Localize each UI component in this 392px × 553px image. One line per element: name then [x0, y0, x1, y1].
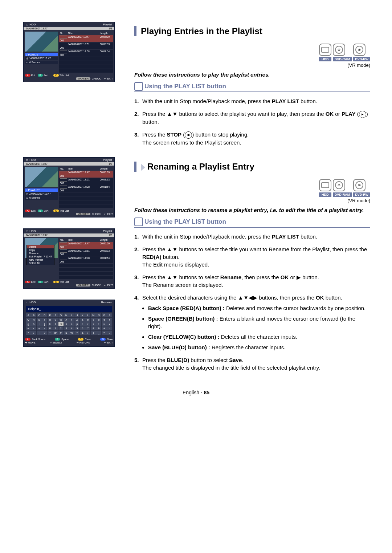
kb-key: Q [26, 318, 31, 322]
subsection-title: Using the PLAY LIST button [134, 216, 370, 228]
section-lead: Follow these instructions to rename a pl… [134, 207, 370, 213]
kb-key: M [91, 313, 96, 317]
kb-key: Z [74, 318, 79, 322]
kb-key: v [107, 322, 112, 326]
kb-key: L [85, 313, 90, 317]
kb-key: 9 [96, 326, 101, 330]
bullet: Back Space (RED(A) button) : Deletes and… [148, 304, 370, 312]
kb-key: ( [85, 331, 90, 335]
ctx-item: Copy [27, 248, 54, 252]
kb-key: U [48, 318, 53, 322]
hdd-icon [319, 179, 331, 191]
kb-key: E [48, 313, 53, 317]
kb-key: F [53, 313, 58, 317]
kb-key: 4 [69, 326, 74, 330]
kb-key: d [96, 318, 101, 322]
virtual-keyboard: ABCDEFGHIJKLMNOPQRSTUVWXYZabcdefghijklmn… [26, 313, 112, 335]
step: 2. Press the ▲▼ buttons to select the pl… [134, 110, 370, 126]
kb-key: ! [37, 331, 42, 335]
stop-icon: ■ [185, 131, 192, 139]
kb-key: % [69, 331, 74, 335]
kb-key: X [64, 318, 69, 322]
kb-key: * [26, 331, 31, 335]
dvd-ram-icon: ⦿ [333, 44, 345, 56]
kb-key: g [26, 322, 31, 326]
section-lead: Follow these instructions to play the pl… [134, 72, 370, 78]
kb-key: S [37, 318, 42, 322]
vr-mode-note: (VR mode) [347, 198, 370, 203]
bullet: Space (GREEN(B) button) : Enters a blank… [148, 315, 370, 330]
kb-key: + [102, 326, 107, 330]
step: 4. Select the desired characters using t… [134, 294, 370, 351]
kb-key: x [31, 326, 36, 330]
kb-key: 6 [80, 326, 85, 330]
kb-key: _ [96, 331, 101, 335]
vr-mode-note: (VR mode) [347, 62, 370, 68]
kb-key: s [91, 322, 96, 326]
kb-key: 3 [64, 326, 69, 330]
kb-key: j [42, 322, 47, 326]
step: 2. Press the ▲▼ buttons to select the ti… [134, 245, 370, 268]
kb-key: b [85, 318, 90, 322]
bullet: Save (BLUE(D) button) : Registers the ch… [148, 343, 370, 351]
kb-key: $ [64, 331, 69, 335]
kb-key: ~ [48, 331, 53, 335]
kb-key: y [37, 326, 42, 330]
kb-key: q [80, 322, 85, 326]
media-compat-icons: HDD ⦿ DVD-RAM ⦿ DVD-RW (VR mode) [134, 179, 370, 203]
section-title-playing: Playing Entries in the Playlist [134, 26, 370, 36]
kb-key: k [48, 322, 53, 326]
kb-key: e [102, 318, 107, 322]
kb-key: t [96, 322, 101, 326]
table-row: 002JAN/02/2007 13:5100:03:33 [59, 42, 113, 49]
rename-input-value: Dolphin_ [26, 306, 112, 312]
kb-key: T [42, 318, 47, 322]
kb-key: = [102, 331, 107, 335]
kb-key: 0 [48, 326, 53, 330]
osd-hdd: HDD [29, 23, 36, 26]
kb-key: o [69, 322, 74, 326]
bullet: Clear (YELLOW(C) button) : Deletes all t… [148, 333, 370, 341]
kb-key: O [102, 313, 107, 317]
kb-key: B [31, 313, 36, 317]
kb-key: z [42, 326, 47, 330]
context-menu: Delete Copy Rename Edit Playlist 7 13:47… [26, 245, 54, 265]
chevron-right-icon [141, 164, 145, 171]
step: 1. With the unit in Stop mode/Playback m… [134, 97, 370, 105]
media-compat-icons: HDD ⦿ DVD-RAM ⦿ DVD-RW (VR mode) [134, 44, 370, 68]
kb-key: - [107, 326, 112, 330]
osd-thumbnail [25, 32, 58, 52]
kb-key: R [31, 318, 36, 322]
kb-key: # [58, 331, 64, 335]
step: 5. Press the BLUE(D) button to select Sa… [134, 356, 370, 371]
kb-key: Y [69, 318, 74, 322]
kb-key: / [31, 331, 36, 335]
kb-key: m [58, 322, 64, 326]
dvd-rw-icon: ⦿ [353, 179, 366, 191]
kb-key: ^ [74, 331, 79, 335]
kb-key: J [74, 313, 79, 317]
kb-key: 1 [53, 326, 58, 330]
kb-key: p [74, 322, 79, 326]
kb-key: P [107, 313, 112, 317]
step: 1. With the unit in Stop mode/Playback m… [134, 233, 370, 240]
kb-key: h [31, 322, 36, 326]
kb-key: N [96, 313, 101, 317]
kb-key: K [80, 313, 85, 317]
ctx-item: Rename [27, 252, 54, 255]
ctx-item: Delete [27, 245, 54, 248]
kb-key: ) [91, 331, 96, 335]
kb-key: G [58, 313, 64, 317]
kb-key: 7 [85, 326, 90, 330]
ctx-item: Edit Playlist 7 13:47 [27, 255, 54, 258]
step: 3. Press the ▲▼ buttons to select Rename… [134, 273, 370, 289]
kb-key: I [69, 313, 74, 317]
kb-key: 8 [91, 326, 96, 330]
osd-rename-keyboard: ▭ HDD Rename Dolphin_ ABCDEFGHIJKLMNOPQR… [23, 300, 115, 347]
dvd-ram-icon: ⦿ [333, 179, 345, 191]
page-footer: English - 85 [22, 390, 370, 395]
kb-key: 2 [58, 326, 64, 330]
kb-key: H [64, 313, 69, 317]
play-icon: ▸ [359, 111, 366, 118]
kb-key: & [80, 331, 85, 335]
